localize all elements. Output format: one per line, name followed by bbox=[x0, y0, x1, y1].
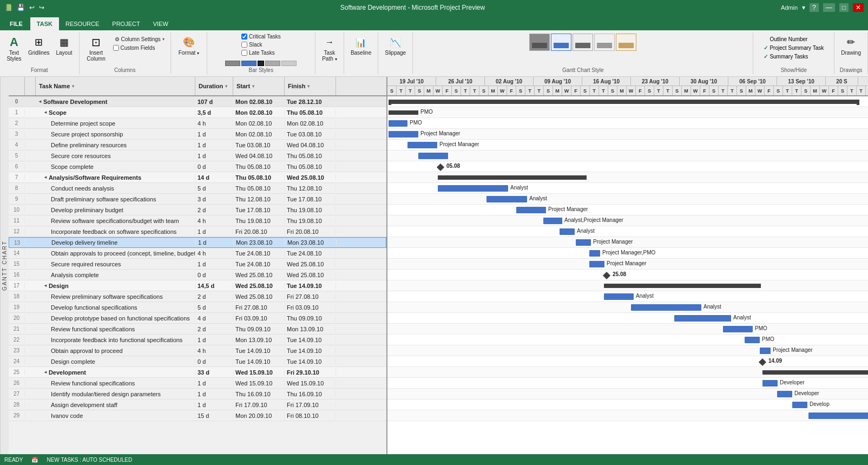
custom-fields-input[interactable] bbox=[113, 45, 119, 51]
table-row[interactable]: 5Secure core resources1 dWed 04.08.10Thu… bbox=[9, 150, 386, 161]
cell-start: Tue 14.09.10 bbox=[233, 358, 285, 365]
timeline-day-cell: W bbox=[755, 86, 765, 95]
table-row[interactable]: 22Incorporate feedback into functional s… bbox=[9, 335, 386, 345]
cell-taskname: ◄ Design bbox=[36, 283, 195, 289]
slack-checkbox[interactable]: Slack bbox=[241, 42, 262, 48]
gantt-style-4[interactable] bbox=[594, 34, 615, 51]
table-row[interactable]: 26Review functional specifications1 dWed… bbox=[9, 378, 386, 389]
table-row[interactable]: 8Conduct needs analysis5 dThu 05.08.10Th… bbox=[9, 183, 386, 194]
table-row[interactable]: 23Obtain approval to proceed4 hTue 14.09… bbox=[9, 345, 386, 356]
collapse-arrow-icon[interactable]: ◄ bbox=[38, 99, 42, 104]
column-settings-button[interactable]: ⚙ Column Settings ▾ bbox=[113, 36, 166, 43]
table-row[interactable]: 13Develop delivery timeline1 dMon 23.08.… bbox=[9, 237, 386, 248]
collapse-arrow-icon[interactable]: ◄ bbox=[43, 370, 48, 375]
table-row[interactable]: 20Develop prototype based on functional … bbox=[9, 313, 386, 324]
tab-view[interactable]: VIEW bbox=[147, 17, 175, 30]
table-row[interactable]: 1◄ Scope3,5 dMon 02.08.10Thu 05.08.10 bbox=[9, 107, 386, 118]
col-header-finish[interactable]: Finish ▾ bbox=[285, 77, 336, 95]
gantt-style-5[interactable] bbox=[616, 34, 636, 51]
bar-label: Analyst bbox=[529, 195, 547, 201]
task-bar bbox=[777, 391, 792, 397]
format-dropdown-button[interactable]: 🎨 Format ▾ bbox=[175, 34, 202, 57]
late-tasks-checkbox[interactable]: Late Tasks bbox=[241, 50, 275, 56]
custom-fields-checkbox[interactable]: Custom Fields bbox=[113, 45, 166, 51]
task-bar bbox=[438, 185, 508, 192]
timeline-week-cell: 02 Aug '10 bbox=[485, 77, 534, 86]
insert-column-button[interactable]: ⊡ InsertColumn bbox=[84, 34, 109, 63]
project-summary-task-item[interactable]: ✓ Project Summary Task bbox=[762, 44, 825, 51]
slippage-content: 📉 Slippage bbox=[383, 34, 408, 72]
table-row[interactable]: 9Draft preliminary software specificatio… bbox=[9, 194, 386, 205]
cell-duration: 4 h bbox=[195, 250, 233, 257]
bar-style-5[interactable] bbox=[281, 61, 297, 66]
summary-tasks-item[interactable]: ✓ Summary Tasks bbox=[762, 53, 809, 60]
cell-finish: Tue 17.08.10 bbox=[285, 196, 336, 202]
critical-tasks-input[interactable] bbox=[241, 34, 247, 40]
collapse-arrow-icon[interactable]: ◄ bbox=[43, 175, 48, 180]
table-row[interactable]: 11Review software specifications/budget … bbox=[9, 215, 386, 226]
col-header-taskname[interactable]: Task Name ▾ bbox=[36, 77, 195, 95]
tab-task[interactable]: TASK bbox=[30, 17, 59, 30]
minimize-btn[interactable]: — bbox=[823, 3, 835, 12]
quick-access-save[interactable]: 💾 bbox=[17, 4, 25, 11]
close-btn[interactable]: ✕ bbox=[853, 3, 864, 12]
slack-input[interactable] bbox=[241, 42, 247, 48]
bar-style-4[interactable] bbox=[265, 61, 280, 66]
text-styles-button[interactable]: A TextStyles bbox=[4, 34, 24, 63]
table-row[interactable]: 18Review preliminary software specificat… bbox=[9, 291, 386, 302]
quick-access-redo[interactable]: ↪ bbox=[39, 4, 44, 11]
drawing-button[interactable]: ✏ Drawing bbox=[839, 34, 863, 57]
collapse-arrow-icon[interactable]: ◄ bbox=[43, 110, 48, 115]
col-header-rownum bbox=[9, 77, 25, 95]
slippage-button[interactable]: 📉 Slippage bbox=[383, 34, 408, 57]
table-row[interactable]: 19Develop functional specifications5 dFr… bbox=[9, 302, 386, 313]
table-row[interactable]: 17◄ Design14,5 dWed 25.08.10Tue 14.09.10 bbox=[9, 280, 386, 291]
table-row[interactable]: 21Review functional specifications2 dThu… bbox=[9, 324, 386, 335]
cell-taskname: Review preliminary software specificatio… bbox=[36, 293, 195, 300]
table-row[interactable]: 28Assign development staff1 dFri 17.09.1… bbox=[9, 399, 386, 410]
table-row[interactable]: 2Determine project scope4 hMon 02.08.10M… bbox=[9, 118, 386, 129]
table-row[interactable]: 3Secure project sponsorship1 dMon 02.08.… bbox=[9, 129, 386, 140]
bar-style-2[interactable] bbox=[241, 61, 257, 66]
gantt-style-2[interactable] bbox=[551, 34, 571, 51]
baseline-button[interactable]: 📊 Baseline bbox=[348, 34, 373, 57]
table-row[interactable]: 25◄ Development33 dWed 15.09.10Fri 29.10… bbox=[9, 367, 386, 378]
bar-style-3[interactable] bbox=[258, 61, 264, 66]
table-row[interactable]: 10Develop preliminary budget2 dTue 17.08… bbox=[9, 205, 386, 215]
gridlines-button[interactable]: ⊞ Gridlines bbox=[26, 34, 51, 57]
bar-style-1[interactable] bbox=[225, 61, 240, 66]
quick-access-undo[interactable]: ↩ bbox=[29, 4, 35, 11]
table-row[interactable]: 4Define preliminary resources1 dTue 03.0… bbox=[9, 140, 386, 150]
layout-button[interactable]: ▦ Layout bbox=[54, 34, 74, 57]
tab-project[interactable]: PROJECT bbox=[106, 17, 146, 30]
cell-duration: 1 d bbox=[195, 337, 233, 343]
help-btn[interactable]: ? bbox=[810, 3, 819, 12]
table-row[interactable]: 6Scope complete0 dThu 05.08.10Thu 05.08.… bbox=[9, 161, 386, 172]
cell-duration: 3 d bbox=[195, 196, 233, 202]
late-tasks-input[interactable] bbox=[241, 50, 247, 56]
cell-start: Fri 03.09.10 bbox=[233, 315, 285, 322]
drawings-content: ✏ Drawing bbox=[839, 34, 863, 66]
table-row[interactable]: 12Incorporate feedback on software speci… bbox=[9, 226, 386, 237]
col-header-duration[interactable]: Duration ▾ bbox=[195, 77, 233, 95]
outline-number-item[interactable]: ✓ Outline Number bbox=[762, 36, 808, 43]
table-row[interactable]: 14Obtain approvals to proceed (concept, … bbox=[9, 248, 386, 259]
table-row[interactable]: 0◄ Software Development107 dMon 02.08.10… bbox=[9, 96, 386, 107]
table-row[interactable]: 29Ivanov code15 dMon 20.09.10Fri 08.10.1… bbox=[9, 410, 386, 421]
tab-file[interactable]: FILE bbox=[2, 17, 30, 30]
table-row[interactable]: 24Design complete0 dTue 14.09.10Tue 14.0… bbox=[9, 356, 386, 367]
collapse-arrow-icon[interactable]: ◄ bbox=[43, 283, 48, 288]
cell-rownum: 0 bbox=[9, 99, 25, 104]
table-row[interactable]: 27Identify modular/tiered design paramet… bbox=[9, 389, 386, 399]
gantt-style-3[interactable] bbox=[573, 34, 593, 51]
admin-dropdown[interactable]: ▾ bbox=[802, 4, 805, 11]
tab-resource[interactable]: RESOURCE bbox=[59, 17, 106, 30]
task-path-button[interactable]: → TaskPath ▾ bbox=[320, 34, 339, 63]
table-row[interactable]: 16Analysis complete0 dWed 25.08.10Wed 25… bbox=[9, 270, 386, 280]
table-row[interactable]: 15Secure required resources1 dTue 24.08.… bbox=[9, 259, 386, 270]
table-row[interactable]: 7◄ Analysis/Software Requirements14 dThu… bbox=[9, 172, 386, 183]
critical-tasks-checkbox[interactable]: Critical Tasks bbox=[241, 34, 281, 40]
gantt-style-1[interactable] bbox=[529, 34, 550, 51]
col-header-start[interactable]: Start ▾ bbox=[233, 77, 285, 95]
maximize-btn[interactable]: □ bbox=[839, 3, 849, 12]
